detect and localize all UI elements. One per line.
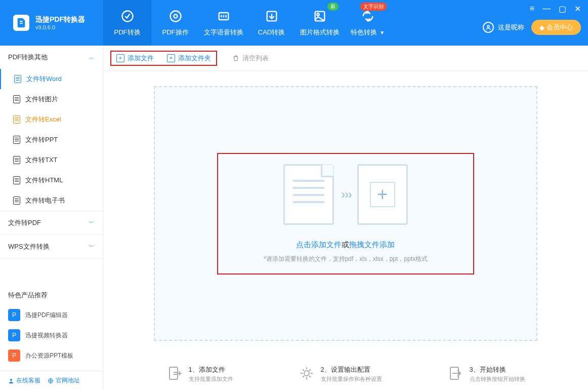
nav-label: CAD转换: [258, 28, 285, 37]
dropzone[interactable]: › › › 点击添加文件或拖拽文件添加 *请添加需要转换的文件，支持pdf，xl…: [154, 86, 537, 341]
dropzone-text: 点击添加文件或拖拽文件添加: [296, 240, 395, 250]
sidebar: PDF转换其他 ︿ 文件转Word 文件转图片 文件转Excel 文件转PPT: [0, 46, 103, 390]
nav-badge: 新: [327, 3, 339, 11]
nav-icon: [120, 9, 135, 25]
step-subtitle: 点击转换按钮开始转换: [470, 375, 525, 383]
side-item-0-5[interactable]: 文件转HTML: [0, 170, 103, 190]
chevron-up-icon: ︿: [89, 53, 95, 62]
side-item-0-6[interactable]: 文件转电子书: [0, 190, 103, 211]
side-item-label: 文件转Excel: [25, 115, 61, 124]
nav-icon: [265, 9, 279, 25]
step-title: 3、开始转换: [470, 365, 525, 374]
main-nav: PDF转换 PDF操作 文字语音转换 CAD转换 新 图片格式转换 文字识别 特…: [103, 0, 392, 46]
recommend-icon: P: [8, 309, 20, 321]
add-file-button[interactable]: + 添加文件: [116, 54, 154, 63]
app-version: v9.0.6.0: [35, 24, 85, 30]
steps-bar: 1、添加文件 支持批量添加文件 2、设置输出配置 支持批量操作和各种设置 3、开…: [103, 356, 588, 390]
side-section-header[interactable]: PDF转换其他 ︿: [0, 46, 103, 69]
recommend-label: 迅捷PDF编辑器: [25, 311, 68, 320]
toolbar-highlight: + 添加文件 + 添加文件夹: [110, 51, 217, 66]
app-name: 迅捷PDF转换器: [35, 15, 85, 24]
toolbar: + 添加文件 + 添加文件夹 清空列表: [103, 46, 588, 71]
main-area: + 添加文件 + 添加文件夹 清空列表 › › ›: [103, 46, 588, 390]
add-file-icon: +: [116, 54, 124, 62]
recommend-item-0[interactable]: P 迅捷PDF编辑器: [0, 305, 103, 325]
step-title: 1、添加文件: [189, 365, 233, 374]
side-item-0-4[interactable]: 文件转TXT: [0, 150, 103, 170]
nav-item-3[interactable]: CAD转换: [247, 0, 296, 46]
recommend-icon: P: [8, 349, 20, 362]
step-3: 3、开始转换 点击转换按钮开始转换: [447, 365, 525, 383]
recommend-title: 特色产品推荐: [0, 286, 103, 305]
file-icon: [13, 95, 20, 103]
nav-item-5[interactable]: 文字识别 特色转换 ▼: [344, 0, 392, 46]
svg-point-1: [174, 14, 177, 18]
user-name: 这是昵称: [498, 23, 524, 32]
add-folder-button[interactable]: + 添加文件夹: [167, 54, 211, 63]
side-item-label: 文件转Word: [26, 74, 62, 84]
arrow-icon: › › ›: [341, 187, 350, 202]
trash-icon: [232, 54, 239, 62]
recommend-item-2[interactable]: P 办公资源PPT模板: [0, 345, 103, 366]
vip-label: 会员中心: [547, 23, 573, 32]
side-item-label: 文件转TXT: [25, 155, 58, 165]
recommend-item-1[interactable]: P 迅捷视频转换器: [0, 325, 103, 345]
side-section-1: 文件转PDF ﹀: [0, 211, 103, 235]
chevron-down-icon: ﹀: [89, 219, 95, 227]
header: 迅捷PDF转换器 v9.0.6.0 PDF转换 PDF操作 文字语音转换 CAD…: [0, 0, 588, 46]
nav-icon: [313, 9, 327, 25]
step-title: 2、设置输出配置: [321, 365, 382, 374]
file-icon: [13, 115, 20, 124]
logo-area: 迅捷PDF转换器 v9.0.6.0: [0, 15, 103, 31]
side-section-0: PDF转换其他 ︿ 文件转Word 文件转图片 文件转Excel 文件转PPT: [0, 46, 103, 211]
side-item-0-1[interactable]: 文件转图片: [0, 89, 103, 109]
step-subtitle: 支持批量添加文件: [189, 375, 233, 383]
nav-icon: [361, 9, 375, 25]
step-subtitle: 支持批量操作和各种设置: [321, 375, 382, 383]
side-item-0-2[interactable]: 文件转Excel: [0, 109, 103, 130]
nav-item-4[interactable]: 新 图片格式转换: [296, 0, 344, 46]
nav-item-0[interactable]: PDF转换: [103, 0, 151, 46]
file-icon: [13, 156, 20, 164]
nav-item-2[interactable]: 文字语音转换: [199, 0, 247, 46]
nav-item-1[interactable]: PDF操作: [151, 0, 199, 46]
side-item-0-3[interactable]: 文件转PPT: [0, 130, 103, 150]
step-icon: [166, 365, 183, 381]
online-service-link[interactable]: 在线客服: [8, 376, 40, 385]
nav-label: 特色转换 ▼: [351, 28, 385, 37]
side-item-0-0[interactable]: 文件转Word: [0, 69, 103, 89]
nav-label: 图片格式转换: [300, 28, 340, 37]
recommend-label: 办公资源PPT模板: [25, 352, 73, 360]
nav-icon: [217, 9, 231, 25]
recommend-icon: P: [8, 329, 20, 341]
dropzone-illustration: › › ›: [283, 164, 407, 225]
clear-list-button[interactable]: 清空列表: [232, 54, 269, 63]
nav-label: 文字语音转换: [204, 28, 243, 37]
side-section-header[interactable]: WPS文件转换 ﹀: [0, 235, 103, 258]
file-icon: [13, 136, 20, 144]
vip-button[interactable]: ◆ 会员中心: [531, 20, 581, 35]
step-1: 1、添加文件 支持批量添加文件: [166, 365, 233, 383]
nav-label: PDF操作: [162, 28, 189, 37]
dropzone-highlight: › › › 点击添加文件或拖拽文件添加 *请添加需要转换的文件，支持pdf，xl…: [217, 153, 474, 275]
svg-point-8: [10, 379, 12, 381]
official-site-link[interactable]: 官网地址: [48, 376, 80, 385]
nav-badge: 文字识别: [360, 3, 387, 11]
user-area[interactable]: 这是昵称: [483, 22, 524, 33]
step-2: 2、设置输出配置 支持批量操作和各种设置: [299, 365, 382, 383]
side-item-label: 文件转HTML: [25, 176, 63, 185]
svg-point-11: [304, 371, 309, 376]
side-item-label: 文件转PPT: [25, 135, 58, 144]
add-folder-icon: +: [167, 54, 175, 62]
svg-point-2: [170, 11, 181, 21]
side-section-header[interactable]: 文件转PDF ﹀: [0, 211, 103, 235]
app-logo-icon: [13, 15, 29, 31]
recommend-label: 迅捷视频转换器: [25, 331, 68, 340]
document-icon: [283, 164, 334, 225]
nav-icon: [169, 9, 183, 25]
svg-point-6: [317, 13, 319, 16]
side-item-label: 文件转电子书: [25, 196, 65, 205]
user-avatar-icon: [483, 22, 494, 33]
recommend-section: 特色产品推荐 P 迅捷PDF编辑器 P 迅捷视频转换器 P 办公资源PPT模板: [0, 281, 103, 371]
sidebar-footer: 在线客服 官网地址: [0, 371, 103, 390]
